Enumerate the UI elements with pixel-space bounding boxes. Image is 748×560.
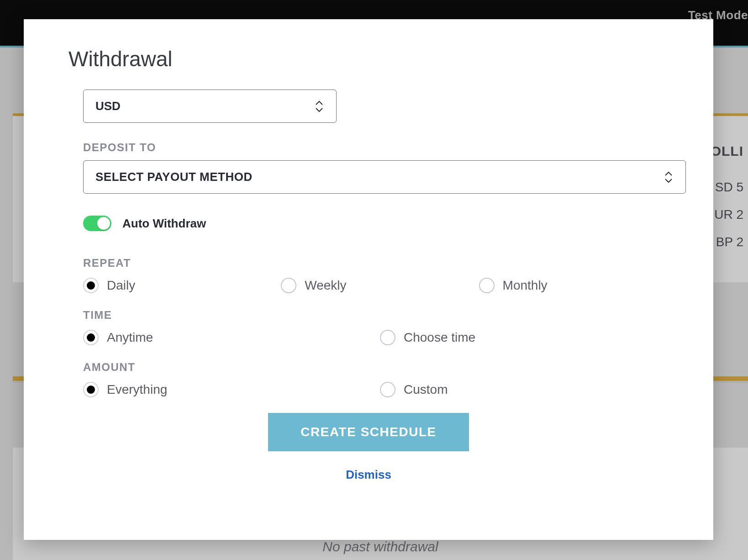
radio-icon (83, 330, 99, 345)
amount-group: AMOUNT Everything Custom (83, 361, 677, 400)
radio-icon (83, 382, 99, 397)
radio-icon (380, 382, 395, 397)
toggle-knob (97, 217, 110, 230)
chevron-updown-icon (664, 171, 674, 184)
radio-icon (83, 278, 99, 293)
time-option-anytime[interactable]: Anytime (83, 327, 380, 348)
radio-icon (281, 278, 296, 293)
time-option-choose[interactable]: Choose time (380, 327, 677, 348)
withdrawal-modal: Withdrawal USD DEPOSIT TO SELECT PAYOUT … (24, 19, 713, 540)
repeat-option-daily[interactable]: Daily (83, 275, 281, 296)
currency-select-value: USD (95, 99, 121, 113)
auto-withdraw-toggle[interactable] (83, 216, 111, 231)
amount-option-everything[interactable]: Everything (83, 379, 380, 400)
radio-label: Choose time (404, 330, 475, 345)
amount-option-custom[interactable]: Custom (380, 379, 677, 400)
repeat-option-weekly[interactable]: Weekly (281, 275, 479, 296)
radio-label: Weekly (305, 278, 346, 293)
radio-label: Daily (107, 278, 135, 293)
radio-label: Custom (404, 382, 448, 397)
auto-withdraw-label: Auto Withdraw (122, 217, 206, 231)
repeat-label: REPEAT (83, 257, 677, 269)
repeat-option-monthly[interactable]: Monthly (479, 275, 677, 296)
time-label: TIME (83, 309, 677, 322)
create-schedule-button[interactable]: CREATE SCHEDULE (268, 413, 469, 451)
payout-method-select[interactable]: SELECT PAYOUT METHOD (83, 160, 686, 194)
radio-label: Monthly (503, 278, 548, 293)
radio-label: Everything (107, 382, 167, 397)
radio-label: Anytime (107, 330, 153, 345)
repeat-group: REPEAT Daily Weekly Monthly (83, 257, 677, 296)
radio-icon (380, 330, 395, 345)
radio-icon (479, 278, 495, 293)
chevron-updown-icon (314, 100, 324, 113)
amount-label: AMOUNT (83, 361, 677, 374)
payout-method-value: SELECT PAYOUT METHOD (95, 170, 253, 184)
dismiss-link[interactable]: Dismiss (60, 468, 677, 482)
currency-select[interactable]: USD (83, 90, 337, 123)
time-group: TIME Anytime Choose time (83, 309, 677, 348)
deposit-to-label: DEPOSIT TO (83, 141, 677, 154)
modal-title: Withdrawal (68, 47, 677, 71)
